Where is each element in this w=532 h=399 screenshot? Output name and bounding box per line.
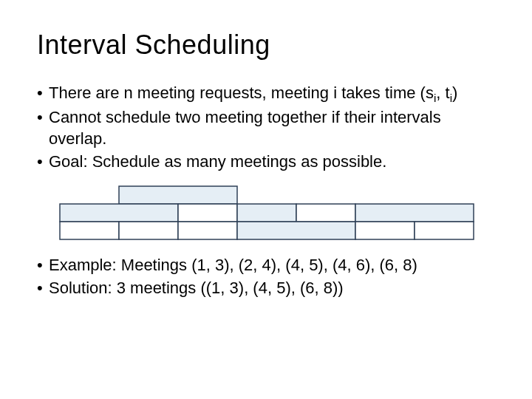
bullet-1-text-a: There are n meeting requests, meeting i … <box>49 83 434 102</box>
interval-rect <box>119 186 237 204</box>
slide-title: Interval Scheduling <box>37 30 495 61</box>
interval-rect <box>355 204 474 222</box>
bullet-1-text-c: ) <box>452 83 457 102</box>
bullet-3: Goal: Schedule as many meetings as possi… <box>37 151 495 173</box>
interval-rect <box>415 222 474 239</box>
interval-rect <box>60 204 178 222</box>
interval-rect <box>296 204 355 222</box>
bullet-1: There are n meeting requests, meeting i … <box>37 83 495 106</box>
bullet-4: Example: Meetings (1, 3), (2, 4), (4, 5)… <box>37 255 495 276</box>
interval-rect <box>178 204 237 222</box>
bullet-5: Solution: 3 meetings ((1, 3), (4, 5), (6… <box>37 278 495 299</box>
interval-rect <box>237 222 355 239</box>
interval-rect <box>60 222 119 239</box>
interval-diagram <box>59 185 473 240</box>
bullet-2: Cannot schedule two meeting together if … <box>37 107 495 149</box>
bullet-1-text-b: , t <box>436 83 449 102</box>
bullet-list: There are n meeting requests, meeting i … <box>37 83 495 172</box>
interval-rect <box>237 204 296 222</box>
interval-rect <box>355 222 415 239</box>
interval-rect <box>178 222 237 239</box>
interval-rect <box>119 222 178 239</box>
interval-svg <box>59 185 474 240</box>
bullet-list-2: Example: Meetings (1, 3), (2, 4), (4, 5)… <box>37 255 495 299</box>
